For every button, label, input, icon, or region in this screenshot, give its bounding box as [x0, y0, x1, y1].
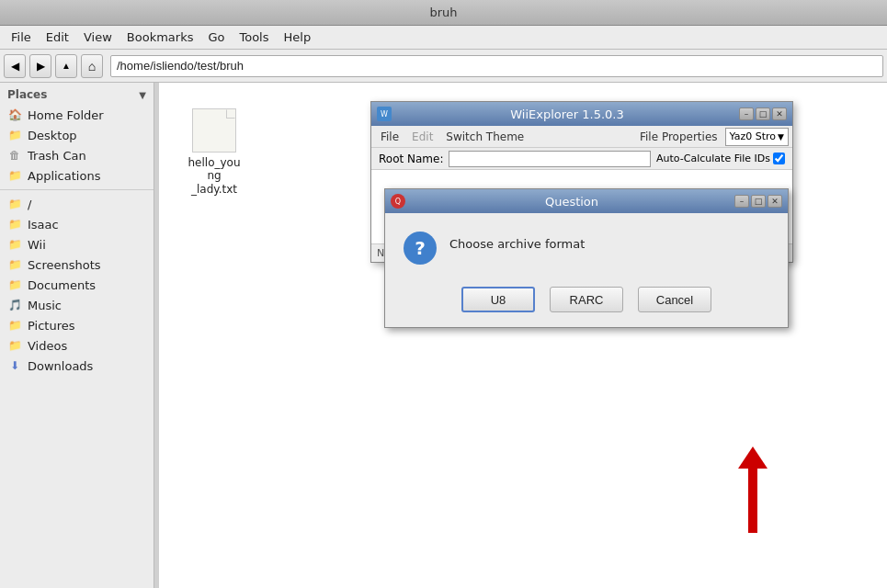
wii-auto-calc-checkbox[interactable]: [773, 153, 785, 164]
menu-view[interactable]: View: [76, 28, 119, 46]
content-area: hello_young _lady.txt W WiiExplorer 1.5.…: [159, 83, 887, 588]
question-app-icon: Q: [391, 194, 405, 209]
main-layout: Places ▼ 🏠 Home Folder 📁 Desktop 🗑 Trash…: [0, 83, 887, 588]
menu-help[interactable]: Help: [277, 28, 319, 46]
sidebar-places-label: Places: [7, 88, 47, 101]
wii-root-name-bar: Root Name: Auto-Calculate File IDs: [371, 148, 792, 170]
music-folder-icon: 🎵: [7, 298, 22, 312]
wii-title-bar: W WiiExplorer 1.5.0.3 – □ ✕: [371, 102, 792, 126]
file-item-hello[interactable]: hello_young _lady.txt: [177, 101, 251, 203]
question-window-buttons: – □ ✕: [734, 195, 782, 208]
wii-title-text: WiiExplorer 1.5.0.3: [395, 107, 739, 121]
sidebar-item-downloads[interactable]: ⬇ Downloads: [0, 356, 154, 376]
wii-window-buttons: – □ ✕: [739, 107, 787, 120]
back-button[interactable]: ◀: [4, 54, 26, 78]
toolbar: ◀ ▶ ▲ ⌂: [0, 50, 887, 83]
question-mark-icon: ?: [404, 232, 437, 265]
file-icon: [192, 108, 236, 153]
question-message: Choose archive format: [449, 232, 585, 251]
cancel-button[interactable]: Cancel: [638, 287, 711, 312]
documents-folder-icon: 📁: [7, 277, 22, 292]
wii-close-button[interactable]: ✕: [772, 107, 787, 120]
up-button[interactable]: ▲: [55, 54, 77, 78]
address-bar-container: [110, 55, 883, 77]
videos-folder-icon: 📁: [7, 338, 22, 353]
sidebar-item-downloads-label: Downloads: [28, 359, 93, 373]
title-bar: bruh: [0, 0, 887, 26]
menu-file[interactable]: File: [4, 28, 39, 46]
wii-menu-switch-theme[interactable]: Switch Theme: [440, 129, 529, 145]
address-bar[interactable]: [110, 55, 883, 77]
arrow-head: [738, 447, 768, 469]
sidebar-item-home-label: Home Folder: [28, 108, 104, 122]
question-title-bar: Q Question – □ ✕: [385, 189, 788, 213]
sidebar-divider: [0, 189, 154, 190]
menu-tools[interactable]: Tools: [232, 28, 276, 46]
home-button[interactable]: ⌂: [81, 54, 103, 78]
window-title: bruh: [429, 6, 457, 19]
sidebar-header: Places ▼: [0, 83, 154, 105]
screenshots-folder-icon: 📁: [7, 257, 22, 272]
wii-minimize-button[interactable]: –: [739, 107, 754, 120]
forward-button[interactable]: ▶: [29, 54, 51, 78]
sidebar: Places ▼ 🏠 Home Folder 📁 Desktop 🗑 Trash…: [0, 83, 154, 588]
desktop-icon: 📁: [7, 128, 22, 142]
red-arrow-indicator: [738, 447, 768, 533]
sidebar-item-applications[interactable]: 📁 Applications: [0, 165, 154, 186]
wii-menu-file-properties[interactable]: File Properties: [634, 129, 723, 145]
sidebar-item-desktop-label: Desktop: [28, 129, 77, 142]
sidebar-item-isaac[interactable]: 📁 Isaac: [0, 214, 154, 234]
wii-auto-calc-container: Auto-Calculate File IDs: [656, 153, 785, 164]
wii-auto-calc-label: Auto-Calculate File IDs: [656, 153, 770, 164]
apps-icon: 📁: [7, 168, 22, 183]
sidebar-item-root[interactable]: 📁 /: [0, 194, 154, 214]
sidebar-item-videos[interactable]: 📁 Videos: [0, 335, 154, 356]
wii-dropdown-arrow-icon: ▼: [778, 132, 784, 141]
arrow-shaft: [748, 469, 757, 533]
sidebar-item-apps-label: Applications: [28, 169, 100, 183]
wii-root-name-input[interactable]: [449, 151, 651, 167]
rarc-button[interactable]: RARC: [550, 287, 623, 312]
downloads-folder-icon: ⬇: [7, 358, 22, 373]
sidebar-item-home[interactable]: 🏠 Home Folder: [0, 105, 154, 125]
isaac-folder-icon: 📁: [7, 217, 22, 232]
u8-button[interactable]: U8: [461, 287, 535, 312]
sidebar-item-documents[interactable]: 📁 Documents: [0, 275, 154, 295]
question-maximize-button[interactable]: □: [751, 195, 766, 208]
sidebar-item-root-label: /: [28, 198, 31, 211]
sidebar-item-screenshots[interactable]: 📁 Screenshots: [0, 254, 154, 275]
pictures-folder-icon: 📁: [7, 318, 22, 333]
sidebar-item-trash-label: Trash Can: [28, 149, 86, 163]
wii-menu-file[interactable]: File: [375, 129, 404, 145]
sidebar-item-pictures-label: Pictures: [28, 319, 74, 333]
sidebar-item-pictures[interactable]: 📁 Pictures: [0, 315, 154, 335]
sidebar-item-music[interactable]: 🎵 Music: [0, 295, 154, 315]
question-minimize-button[interactable]: –: [734, 195, 749, 208]
sidebar-item-videos-label: Videos: [28, 339, 67, 353]
wii-root-name-label: Root Name:: [379, 153, 443, 165]
menu-bookmarks[interactable]: Bookmarks: [119, 28, 201, 46]
menu-bar: File Edit View Bookmarks Go Tools Help: [0, 26, 887, 50]
sidebar-collapse-icon[interactable]: ▼: [139, 90, 146, 100]
sidebar-item-music-label: Music: [28, 299, 62, 312]
question-close-button[interactable]: ✕: [768, 195, 782, 208]
sidebar-item-screenshots-label: Screenshots: [28, 258, 101, 272]
home-icon: 🏠: [7, 107, 22, 122]
wii-maximize-button[interactable]: □: [756, 107, 770, 120]
sidebar-item-wii-label: Wii: [28, 238, 46, 252]
question-dialog: Q Question – □ ✕ ? Choose archive format…: [384, 188, 789, 328]
sidebar-item-wii[interactable]: 📁 Wii: [0, 234, 154, 254]
wii-yaz0-dropdown[interactable]: Yaz0 Stro ▼: [725, 128, 789, 146]
sidebar-item-desktop[interactable]: 📁 Desktop: [0, 125, 154, 145]
file-name: hello_young _lady.txt: [185, 156, 244, 196]
menu-edit[interactable]: Edit: [39, 28, 76, 46]
menu-go[interactable]: Go: [200, 28, 232, 46]
sidebar-item-isaac-label: Isaac: [28, 218, 59, 232]
wii-menu-edit: Edit: [406, 129, 438, 145]
question-body: ? Choose archive format: [385, 213, 788, 279]
root-icon: 📁: [7, 197, 22, 211]
sidebar-item-documents-label: Documents: [28, 278, 96, 292]
wii-yaz0-value: Yaz0 Stro: [730, 130, 777, 142]
wii-app-icon: W: [377, 107, 392, 121]
sidebar-item-trash[interactable]: 🗑 Trash Can: [0, 145, 154, 165]
